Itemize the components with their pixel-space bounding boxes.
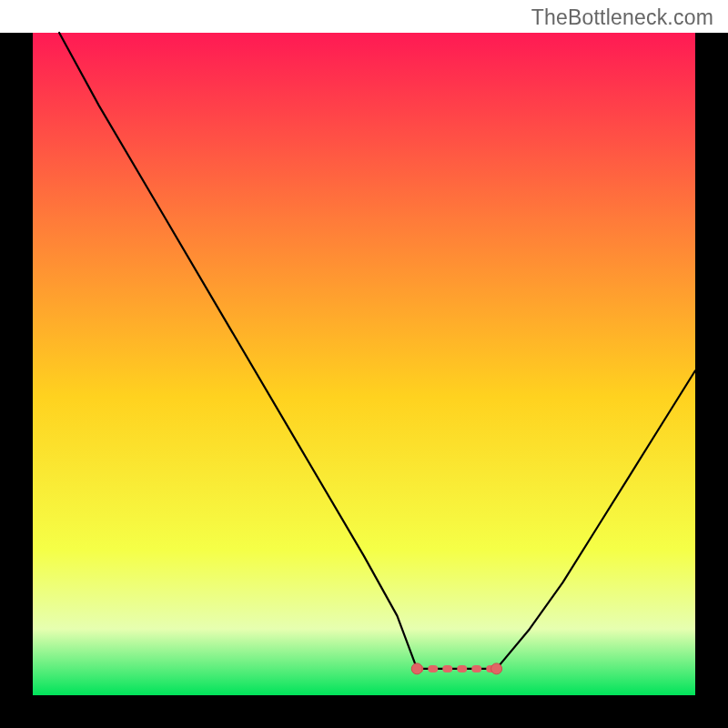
chart-plot-area: [33, 33, 695, 695]
optimal-end-marker: [491, 663, 502, 674]
optimal-start-marker: [411, 663, 422, 674]
chart-container: TheBottleneck.com: [0, 0, 728, 728]
watermark-text: TheBottleneck.com: [531, 5, 713, 30]
bottleneck-chart: [0, 0, 728, 728]
